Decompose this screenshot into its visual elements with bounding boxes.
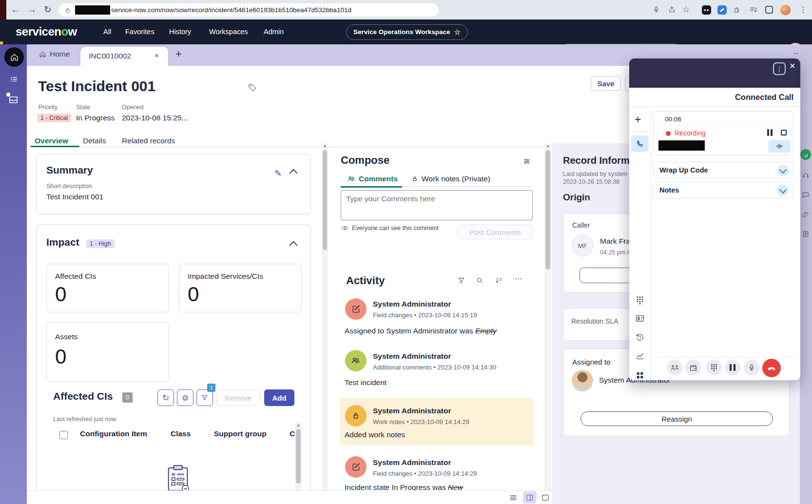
browser-mic-icon[interactable]	[652, 5, 660, 14]
media-list-icon[interactable]	[749, 5, 758, 14]
rail-chat-icon[interactable]	[802, 191, 810, 199]
select-all-checkbox[interactable]	[59, 431, 68, 439]
comments-textarea[interactable]	[341, 190, 533, 220]
notes-dropdown[interactable]: Notes	[653, 182, 793, 198]
servicenow-logo[interactable]: servicenow	[16, 25, 77, 39]
sidebar-list-button[interactable]	[9, 75, 19, 84]
add-button[interactable]: Add	[264, 389, 294, 406]
summary-collapse-chevron-icon[interactable]	[290, 169, 298, 177]
scroll-thumb[interactable]	[545, 150, 550, 270]
call-park-button[interactable]	[685, 360, 701, 375]
edit-pencil-icon[interactable]: ✎	[274, 168, 282, 179]
column-configuration-item[interactable]: Configuration Item	[80, 429, 147, 438]
new-tab-button[interactable]: +	[175, 48, 182, 60]
activity-more-kebab-icon[interactable]: ⋯	[515, 274, 522, 283]
sidebar-home-button[interactable]	[4, 47, 24, 67]
scroll-up-arrow[interactable]: ▲	[544, 143, 551, 148]
extension-icon-dark[interactable]: ●●	[702, 5, 711, 15]
tab-overview[interactable]: Overview	[35, 136, 68, 145]
activity-search-icon[interactable]	[476, 276, 484, 285]
nav-favorites[interactable]: Favorites	[125, 19, 155, 44]
call-panel-kebab-icon[interactable]: ⋮	[773, 62, 786, 75]
tab-close-icon[interactable]: ×	[155, 51, 159, 59]
rail-active-app-icon[interactable]	[800, 149, 811, 160]
call-dialpad-button[interactable]	[706, 360, 722, 375]
column-clipped[interactable]: C	[290, 429, 295, 438]
activity-actor[interactable]: System Administrator	[373, 407, 451, 415]
activity-actor[interactable]: System Administrator	[373, 352, 451, 361]
extension-icon-frame[interactable]	[765, 6, 773, 14]
browser-profile-avatar[interactable]	[780, 5, 791, 15]
call-mute-mic-button[interactable]	[744, 360, 759, 375]
activity-actor[interactable]: System Administrator	[373, 300, 451, 309]
tab-home[interactable]: Home	[39, 50, 70, 58]
scroll-thumb[interactable]	[323, 150, 327, 250]
left-column-scrollbar[interactable]: ▲	[322, 143, 328, 490]
impact-collapse-chevron-icon[interactable]	[290, 241, 298, 250]
browser-reload-button[interactable]: ↻	[44, 0, 52, 19]
rail-chart-icon[interactable]	[635, 351, 645, 361]
tag-icon[interactable]	[248, 83, 257, 92]
browser-menu-kebab-icon[interactable]: ⋮	[799, 0, 807, 19]
scroll-up-arrow[interactable]: ▲	[295, 423, 302, 427]
browser-back-button[interactable]: ←	[11, 0, 20, 19]
tab-related-records[interactable]: Related records	[122, 136, 175, 145]
post-comments-button[interactable]: Post Comments	[458, 225, 533, 239]
stat-impacted-services[interactable]: Impacted Services/CIs 0	[179, 264, 302, 312]
browser-forward-button[interactable]: →	[27, 0, 37, 19]
remove-button[interactable]: Remove	[216, 389, 260, 406]
rail-headset-icon[interactable]	[802, 172, 810, 179]
call-panel-close-icon[interactable]: ✕	[789, 61, 795, 71]
activity-actor[interactable]: System Administrator	[373, 458, 451, 467]
activity-filter-funnel-icon[interactable]	[457, 276, 465, 285]
view-full-icon[interactable]	[541, 493, 550, 502]
nav-all[interactable]: All	[103, 19, 111, 44]
scroll-thumb[interactable]	[296, 429, 301, 484]
column-class[interactable]: Class	[171, 429, 191, 438]
tab-record-inc0010002[interactable]: INC0010002 ×	[80, 47, 168, 66]
audio-waveform-button[interactable]	[768, 140, 791, 153]
extension-icon-blue[interactable]	[717, 5, 727, 15]
rail-phone-tab-active[interactable]	[631, 136, 649, 152]
workspace-switcher-pill[interactable]: Service Operations Workspace ☆	[346, 24, 468, 40]
rail-contact-card-icon[interactable]	[635, 313, 645, 323]
call-hangup-button[interactable]	[762, 359, 781, 377]
scroll-up-arrow[interactable]: ▲	[322, 143, 328, 148]
reassign-button[interactable]: Reassign	[580, 411, 773, 426]
view-split-icon-selected[interactable]	[523, 491, 537, 504]
address-bar[interactable]: service-now.com/now/sow/record/incident/…	[58, 3, 439, 17]
wrap-up-code-dropdown[interactable]: Wrap Up Code	[653, 162, 793, 178]
rail-add-icon[interactable]: +	[635, 113, 641, 126]
save-button[interactable]: Save	[591, 76, 621, 91]
compose-tab-comments[interactable]: Comments	[347, 174, 398, 183]
center-column-scrollbar[interactable]: ▲	[544, 143, 551, 490]
tab-details[interactable]: Details	[83, 136, 106, 145]
rail-history-icon[interactable]	[635, 332, 645, 342]
call-hold-button[interactable]	[725, 360, 740, 375]
recording-pause-icon[interactable]	[767, 129, 773, 136]
column-support-group[interactable]: Support group	[214, 429, 267, 438]
rail-dialpad-icon[interactable]	[635, 295, 645, 305]
favorite-star-icon[interactable]: ☆	[454, 25, 461, 39]
nav-workspaces[interactable]: Workspaces	[209, 19, 248, 44]
stat-affected-cis[interactable]: Affected CIs 0	[46, 264, 169, 312]
bookmark-star-icon[interactable]: ☆	[682, 0, 690, 19]
activity-sort-icon[interactable]	[495, 276, 503, 285]
stat-assets[interactable]: Assets 0	[46, 322, 169, 382]
table-scrollbar[interactable]: ▲	[295, 423, 302, 491]
browser-share-icon[interactable]	[668, 5, 676, 14]
nav-history[interactable]: History	[169, 19, 191, 44]
extensions-puzzle-icon[interactable]	[733, 5, 742, 14]
compose-tab-worknotes[interactable]: Work notes (Private)	[411, 174, 490, 183]
rail-grid-icon[interactable]	[635, 370, 645, 380]
call-transfer-button[interactable]	[667, 360, 682, 375]
list-settings-button[interactable]: ⚙	[177, 389, 193, 406]
compose-settings-sliders-icon[interactable]	[522, 157, 531, 166]
filter-button[interactable]	[196, 389, 213, 406]
rail-document-icon[interactable]	[802, 230, 810, 238]
recording-stop-icon[interactable]	[781, 130, 787, 136]
refresh-button[interactable]: ↻	[157, 389, 174, 406]
sidebar-inbox-button[interactable]	[8, 94, 19, 105]
view-list-icon[interactable]	[509, 493, 518, 502]
rail-attachment-paperclip-icon[interactable]	[802, 211, 810, 218]
